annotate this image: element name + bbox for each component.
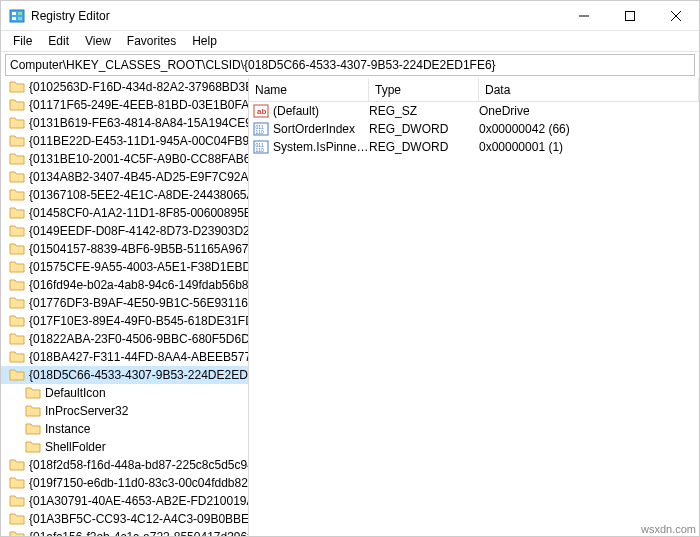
tree-key[interactable]: {01458CF0-A1A2-11D1-8F85-00600895E7D5}	[1, 204, 248, 222]
folder-icon	[9, 79, 25, 95]
folder-icon	[9, 367, 25, 383]
value-row[interactable]: (Default)REG_SZOneDrive	[249, 102, 699, 120]
tree-item-label: {016fd94e-b02a-4ab8-94c6-149fdab56b8d}	[29, 278, 249, 292]
binary-icon	[253, 139, 269, 155]
tree-item-label: {017F10E3-89E4-49F0-B545-618DE31FD27C}	[29, 314, 249, 328]
tree-item-label: {0149EEDF-D08F-4142-8D73-D23903D21E90}	[29, 224, 249, 238]
tree-key[interactable]: {01822ABA-23F0-4506-9BBC-680F5D6D606C}	[1, 330, 248, 348]
tree-key[interactable]: {019f7150-e6db-11d0-83c3-00c04fddb82e}	[1, 474, 248, 492]
tree-item-label: {01367108-5EE2-4E1C-A8DE-24438065ABC9}	[29, 188, 249, 202]
tree-item-label: {018f2d58-f16d-448a-bd87-225c8c5d5c94}	[29, 458, 249, 472]
tree-item-label: {01afc156-f2eb-4c1c-a722-8550417d396f}	[29, 530, 249, 537]
tree-key[interactable]: {01504157-8839-4BF6-9B5B-51165A967B2B}	[1, 240, 248, 258]
value-type: REG_SZ	[369, 104, 479, 118]
folder-icon	[9, 205, 25, 221]
tree-key[interactable]: {0131B619-FE63-4814-8A84-15A194CE9CE3}	[1, 114, 248, 132]
folder-icon	[9, 223, 25, 239]
tree-key[interactable]: {0149EEDF-D08F-4142-8D73-D23903D21E90}	[1, 222, 248, 240]
folder-icon	[9, 151, 25, 167]
tree-key[interactable]: {01776DF3-B9AF-4E50-9B1C-56E93116D704}	[1, 294, 248, 312]
maximize-button[interactable]	[607, 1, 653, 31]
menubar: File Edit View Favorites Help	[1, 31, 699, 52]
tree-key[interactable]: {0131BE10-2001-4C5F-A9B0-CC88FAB64CE8}	[1, 150, 248, 168]
folder-icon	[9, 187, 25, 203]
string-icon	[253, 103, 269, 119]
tree-item-label: DefaultIcon	[45, 386, 106, 400]
tree-key[interactable]: {0102563D-F16D-434d-82A2-37968BD3E31E}	[1, 78, 248, 96]
menu-view[interactable]: View	[77, 32, 119, 50]
tree-item-label: InProcServer32	[45, 404, 128, 418]
tree-item-label: {01822ABA-23F0-4506-9BBC-680F5D6D606C}	[29, 332, 249, 346]
tree-subkey[interactable]: ShellFolder	[1, 438, 248, 456]
tree-key[interactable]: {01A30791-40AE-4653-AB2E-FD210019AE88}	[1, 492, 248, 510]
tree-item-label: {0131B619-FE63-4814-8A84-15A194CE9CE3}	[29, 116, 249, 130]
value-data: 0x00000001 (1)	[479, 140, 699, 154]
menu-file[interactable]: File	[5, 32, 40, 50]
folder-icon	[9, 133, 25, 149]
tree-item-label: {0131BE10-2001-4C5F-A9B0-CC88FAB64CE8}	[29, 152, 249, 166]
tree-item-label: {011BE22D-E453-11D1-945A-00C04FB984F9}	[29, 134, 249, 148]
folder-icon	[25, 421, 41, 437]
tree-item-label: {0102563D-F16D-434d-82A2-37968BD3E31E}	[29, 80, 249, 94]
tree-item-label: {0134A8B2-3407-4B45-AD25-E9F7C92A80BC}	[29, 170, 249, 184]
close-button[interactable]	[653, 1, 699, 31]
folder-icon	[9, 313, 25, 329]
folder-icon	[25, 385, 41, 401]
window-title: Registry Editor	[31, 9, 561, 23]
tree-key[interactable]: {016fd94e-b02a-4ab8-94c6-149fdab56b8d}	[1, 276, 248, 294]
folder-icon	[9, 511, 25, 527]
address-bar[interactable]: Computer\HKEY_CLASSES_ROOT\CLSID\{018D5C…	[5, 54, 695, 76]
folder-icon	[9, 457, 25, 473]
value-type: REG_DWORD	[369, 140, 479, 154]
folder-icon	[9, 169, 25, 185]
tree-key[interactable]: {01575CFE-9A55-4003-A5E1-F38D1EBDCBE1}	[1, 258, 248, 276]
values-list[interactable]: Name Type Data (Default)REG_SZOneDriveSo…	[249, 78, 699, 537]
binary-icon	[253, 121, 269, 137]
value-row[interactable]: SortOrderIndexREG_DWORD0x00000042 (66)	[249, 120, 699, 138]
folder-icon	[25, 439, 41, 455]
tree-item-label: ShellFolder	[45, 440, 106, 454]
value-name: System.IsPinned...	[273, 140, 369, 154]
tree-subkey[interactable]: InProcServer32	[1, 402, 248, 420]
minimize-button[interactable]	[561, 1, 607, 31]
tree-item-label: {018D5C66-4533-4307-9B53-224DE2ED1FE6}	[29, 368, 249, 382]
watermark: wsxdn.com	[641, 523, 696, 535]
tree-item-label: {01458CF0-A1A2-11D1-8F85-00600895E7D5}	[29, 206, 249, 220]
folder-icon	[9, 97, 25, 113]
value-row[interactable]: System.IsPinned...REG_DWORD0x00000001 (1…	[249, 138, 699, 156]
window-titlebar: Registry Editor	[1, 1, 699, 31]
menu-favorites[interactable]: Favorites	[119, 32, 184, 50]
tree-item-label: {01776DF3-B9AF-4E50-9B1C-56E93116D704}	[29, 296, 249, 310]
tree-item-label: {01575CFE-9A55-4003-A5E1-F38D1EBDCBE1}	[29, 260, 249, 274]
tree-key[interactable]: {017F10E3-89E4-49F0-B545-618DE31FD27C}	[1, 312, 248, 330]
tree-subkey[interactable]: Instance	[1, 420, 248, 438]
col-header-type[interactable]: Type	[369, 78, 479, 101]
tree-item-label: Instance	[45, 422, 90, 436]
value-type: REG_DWORD	[369, 122, 479, 136]
folder-icon	[9, 115, 25, 131]
tree-key[interactable]: {01367108-5EE2-4E1C-A8DE-24438065ABC9}	[1, 186, 248, 204]
address-bar-text: Computer\HKEY_CLASSES_ROOT\CLSID\{018D5C…	[10, 58, 496, 72]
col-header-data[interactable]: Data	[479, 78, 699, 101]
tree-view[interactable]: {0102563D-F16D-434d-82A2-37968BD3E31E}{0…	[1, 78, 249, 537]
folder-icon	[9, 259, 25, 275]
tree-key[interactable]: {01171F65-249E-4EEB-81BD-03E1B0FA1873}	[1, 96, 248, 114]
col-header-name[interactable]: Name	[249, 78, 369, 101]
tree-item-label: {01A3BF5C-CC93-4C12-A4C3-09B0BBE7F63F}	[29, 512, 249, 526]
tree-key[interactable]: {018BA427-F311-44FD-8AA4-ABEEB57739D9}	[1, 348, 248, 366]
tree-key[interactable]: {01afc156-f2eb-4c1c-a722-8550417d396f}	[1, 528, 248, 537]
tree-key[interactable]: {018D5C66-4533-4307-9B53-224DE2ED1FE6}	[1, 366, 248, 384]
tree-key[interactable]: {01A3BF5C-CC93-4C12-A4C3-09B0BBE7F63F}	[1, 510, 248, 528]
tree-item-label: {01504157-8839-4BF6-9B5B-51165A967B2B}	[29, 242, 249, 256]
list-header: Name Type Data	[249, 78, 699, 102]
folder-icon	[9, 475, 25, 491]
folder-icon	[9, 241, 25, 257]
tree-item-label: {019f7150-e6db-11d0-83c3-00c04fddb82e}	[29, 476, 249, 490]
menu-help[interactable]: Help	[184, 32, 225, 50]
menu-edit[interactable]: Edit	[40, 32, 77, 50]
folder-icon	[25, 403, 41, 419]
tree-key[interactable]: {018f2d58-f16d-448a-bd87-225c8c5d5c94}	[1, 456, 248, 474]
tree-subkey[interactable]: DefaultIcon	[1, 384, 248, 402]
tree-key[interactable]: {0134A8B2-3407-4B45-AD25-E9F7C92A80BC}	[1, 168, 248, 186]
tree-key[interactable]: {011BE22D-E453-11D1-945A-00C04FB984F9}	[1, 132, 248, 150]
